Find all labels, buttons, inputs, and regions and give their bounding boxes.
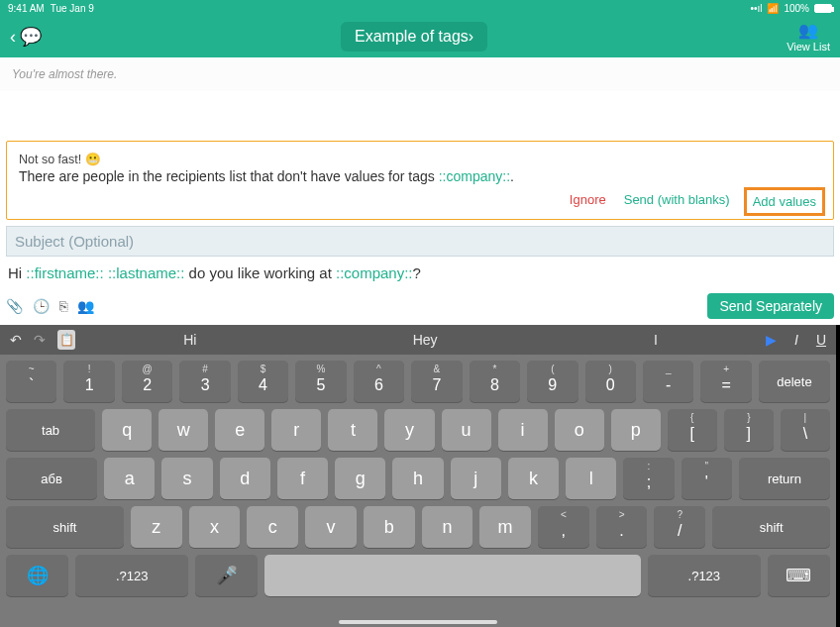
undo-icon[interactable]: ↶ bbox=[10, 332, 22, 348]
key-space[interactable] bbox=[264, 555, 641, 596]
key-tilde[interactable]: ~` bbox=[6, 361, 56, 402]
key-minus[interactable]: _- bbox=[643, 361, 693, 402]
key-r[interactable]: r bbox=[271, 409, 321, 451]
key-a[interactable]: a bbox=[104, 458, 155, 499]
key-quote[interactable]: "' bbox=[682, 458, 732, 499]
key-0[interactable]: )0 bbox=[585, 361, 636, 402]
message-input[interactable]: Hi ::firstname:: ::lastname:: do you lik… bbox=[6, 261, 834, 285]
key-o[interactable]: o bbox=[555, 409, 604, 451]
key-i[interactable]: i bbox=[498, 409, 548, 451]
suggestion-1[interactable]: Hi bbox=[183, 332, 196, 348]
key-semicolon[interactable]: :; bbox=[623, 458, 674, 499]
clock-icon[interactable]: 🕒 bbox=[33, 298, 50, 314]
key-8[interactable]: *8 bbox=[470, 361, 520, 402]
key-v[interactable]: v bbox=[305, 506, 357, 548]
key-x[interactable]: x bbox=[189, 506, 241, 548]
key-b[interactable]: b bbox=[364, 506, 415, 548]
app-header: ‹ 💬 Example of tags› 👥 View List bbox=[0, 16, 840, 57]
key-bracket-r[interactable]: }] bbox=[724, 409, 774, 451]
key-mic[interactable]: 🎤 bbox=[195, 555, 258, 596]
status-bar: 9:41 AM Tue Jan 9 ••ıl 100% bbox=[0, 0, 840, 16]
warning-text: There are people in the recipients list … bbox=[19, 168, 821, 184]
view-list-button[interactable]: 👥 View List bbox=[787, 21, 830, 52]
key-e[interactable]: e bbox=[215, 409, 264, 451]
wifi-icon bbox=[767, 3, 779, 14]
suggestion-3[interactable]: I bbox=[654, 332, 658, 348]
tag-firstname: ::firstname:: bbox=[26, 264, 103, 281]
clipboard-icon[interactable]: 📋 bbox=[57, 330, 75, 350]
suggestion-2[interactable]: Hey bbox=[413, 332, 438, 348]
key-q[interactable]: q bbox=[102, 409, 152, 451]
battery-percent: 100% bbox=[784, 3, 809, 14]
key-d[interactable]: d bbox=[220, 458, 270, 499]
key-9[interactable]: (9 bbox=[527, 361, 578, 402]
key-m[interactable]: m bbox=[479, 506, 531, 548]
key-shift-right[interactable]: shift bbox=[712, 506, 830, 548]
key-backslash[interactable]: |\ bbox=[781, 409, 830, 451]
redo-icon[interactable]: ↷ bbox=[34, 332, 46, 348]
key-globe[interactable]: 🌐 bbox=[6, 555, 68, 596]
ignore-button[interactable]: Ignore bbox=[570, 192, 606, 211]
key-numtoggle-left[interactable]: .?123 bbox=[75, 555, 188, 596]
keyboard-top-bar: ↶ ↷ 📋 Hi Hey I ▶ I U bbox=[0, 325, 836, 355]
format-bold-icon[interactable]: ▶ bbox=[766, 332, 777, 348]
subject-input[interactable]: Subject (Optional) bbox=[6, 226, 834, 257]
key-z[interactable]: z bbox=[131, 506, 182, 548]
key-t[interactable]: t bbox=[328, 409, 377, 451]
key-bracket-l[interactable]: {[ bbox=[668, 409, 717, 451]
key-4[interactable]: $4 bbox=[238, 361, 288, 402]
attachment-icon[interactable]: 📎 bbox=[6, 298, 23, 314]
key-lang[interactable]: абв bbox=[6, 458, 97, 499]
key-p[interactable]: p bbox=[611, 409, 661, 451]
key-return[interactable]: return bbox=[739, 458, 830, 499]
key-6[interactable]: ^6 bbox=[354, 361, 404, 402]
status-time: 9:41 AM bbox=[8, 3, 45, 14]
onscreen-keyboard: ↶ ↷ 📋 Hi Hey I ▶ I U ~` !1 @2 #3 $4 %5 ^… bbox=[0, 325, 840, 627]
key-tab[interactable]: tab bbox=[6, 409, 95, 451]
key-l[interactable]: l bbox=[566, 458, 616, 499]
key-k[interactable]: k bbox=[508, 458, 559, 499]
header-title: Example of tags bbox=[355, 28, 469, 45]
format-italic[interactable]: I bbox=[794, 332, 798, 348]
key-3[interactable]: #3 bbox=[179, 361, 230, 402]
key-5[interactable]: %5 bbox=[295, 361, 346, 402]
chevron-right-icon: › bbox=[469, 28, 473, 45]
key-g[interactable]: g bbox=[335, 458, 385, 499]
key-equals[interactable]: += bbox=[700, 361, 751, 402]
key-2[interactable]: @2 bbox=[122, 361, 172, 402]
kb-number-row: ~` !1 @2 #3 $4 %5 ^6 &7 *8 (9 )0 _- += d… bbox=[6, 361, 830, 402]
key-s[interactable]: s bbox=[161, 458, 212, 499]
key-f[interactable]: f bbox=[277, 458, 328, 499]
key-u[interactable]: u bbox=[442, 409, 491, 451]
send-separately-button[interactable]: Send Separately bbox=[707, 293, 834, 319]
key-slash[interactable]: ?/ bbox=[654, 506, 705, 548]
key-1[interactable]: !1 bbox=[63, 361, 114, 402]
kb-row-1: tab q w e r t y u i o p {[ }] |\ bbox=[6, 409, 830, 451]
add-values-button[interactable]: Add values bbox=[744, 187, 825, 216]
subheader-text: You're almost there. bbox=[0, 57, 840, 91]
send-with-blanks-button[interactable]: Send (with blanks) bbox=[624, 192, 730, 211]
header-title-button[interactable]: Example of tags› bbox=[341, 22, 487, 52]
format-underline[interactable]: U bbox=[816, 332, 826, 348]
group-icon[interactable]: 👥 bbox=[77, 298, 94, 314]
back-button[interactable]: ‹ 💬 bbox=[10, 26, 42, 48]
key-c[interactable]: c bbox=[247, 506, 298, 548]
key-w[interactable]: w bbox=[158, 409, 208, 451]
key-7[interactable]: &7 bbox=[411, 361, 462, 402]
key-y[interactable]: y bbox=[384, 409, 434, 451]
key-delete[interactable]: delete bbox=[759, 361, 830, 402]
copy-icon[interactable]: ⎘ bbox=[59, 298, 67, 314]
key-j[interactable]: j bbox=[451, 458, 501, 499]
warning-tag: ::company:: bbox=[439, 168, 510, 184]
key-numtoggle-right[interactable]: .?123 bbox=[648, 555, 761, 596]
kb-row-3: shift z x c v b n m <, >. ?/ shift bbox=[6, 506, 830, 548]
key-n[interactable]: n bbox=[422, 506, 473, 548]
key-h[interactable]: h bbox=[392, 458, 443, 499]
tag-lastname: ::lastname:: bbox=[108, 264, 185, 281]
key-shift-left[interactable]: shift bbox=[6, 506, 124, 548]
people-icon: 👥 bbox=[787, 21, 830, 40]
key-dismiss-keyboard[interactable]: ⌨ bbox=[768, 555, 830, 596]
status-date: Tue Jan 9 bbox=[51, 3, 94, 14]
key-period[interactable]: >. bbox=[596, 506, 648, 548]
key-comma[interactable]: <, bbox=[538, 506, 589, 548]
